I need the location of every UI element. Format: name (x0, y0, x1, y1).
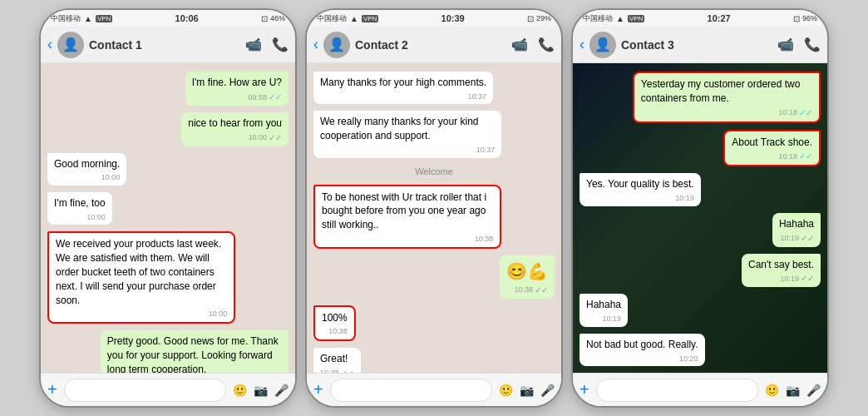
contact-name: Contact 3 (621, 38, 772, 52)
video-icon[interactable]: 📹 (245, 37, 262, 52)
message-bubble: Pretty good. Good news for me. Thank you… (101, 330, 289, 373)
back-arrow[interactable]: ‹ (47, 36, 52, 53)
camera-icon[interactable]: 📷 (520, 384, 534, 397)
message-time: 10:20 (586, 354, 698, 364)
call-icon[interactable]: 📞 (538, 37, 555, 52)
time-value: 10:38 (514, 285, 533, 295)
chat-area: Many thanks for your high comments.10:37… (307, 63, 561, 373)
message-text: I'm fine. How are U? (192, 77, 282, 88)
message-time: 10:37 (320, 92, 486, 102)
message-row: Can't say best.10:19✓✓ (579, 254, 821, 288)
battery-icon: ⊡ (261, 14, 268, 23)
message-row: We really many thanks for your kind coop… (313, 111, 555, 157)
camera-icon[interactable]: 📷 (786, 384, 800, 397)
message-row: Good morning.10:00 (47, 153, 289, 186)
message-time: 10:18✓✓ (641, 107, 812, 119)
sticker-icon[interactable]: 🙂 (765, 384, 779, 397)
message-bubble: We received your products last week. We … (47, 231, 235, 324)
message-time: 10:38✓✓ (320, 368, 354, 373)
input-icons: 🙂 📷 🎤 (499, 384, 555, 397)
message-time: 10:00 (54, 172, 120, 183)
message-bubble: Great!10:38✓✓ (313, 348, 361, 373)
message-input[interactable] (330, 379, 492, 402)
message-row: Yesterday my customer ordered two contai… (579, 72, 821, 123)
message-bubble: Hahaha10:19 (579, 294, 628, 326)
input-icons: 🙂 📷 🎤 (233, 384, 289, 397)
message-time: 10:18✓✓ (732, 151, 812, 162)
header-icons: 📹 📞 (511, 37, 555, 52)
tick-marks: ✓✓ (799, 151, 812, 162)
call-icon[interactable]: 📞 (804, 37, 821, 52)
header-icons: 📹 📞 (777, 37, 821, 52)
time-value: 10:38 (320, 368, 339, 373)
sticker-icon[interactable]: 🙂 (233, 384, 247, 397)
message-row: Pretty good. Good news for me. Thank you… (47, 330, 289, 373)
message-text: Hahaha (586, 299, 621, 310)
sticker-icon[interactable]: 🙂 (499, 384, 513, 397)
contact-name: Contact 1 (89, 38, 240, 52)
video-icon[interactable]: 📹 (777, 37, 794, 52)
back-arrow[interactable]: ‹ (579, 36, 584, 53)
chat-header: ‹ 👤 Contact 1 📹 📞 (41, 27, 295, 63)
status-right: ⊡ 29% (527, 14, 551, 23)
vpn-icon: VPN (362, 15, 378, 22)
message-text: To be honest with Ur track roller that i… (322, 191, 486, 231)
message-time: 10:00 (54, 212, 106, 223)
phones-container: 中国移动 ▲ VPN 10:06 ⊡ 46% ‹ 👤 Contact 1 📹 📞… (0, 0, 868, 416)
time-value: 10:37 (476, 145, 496, 156)
message-time: 10:19 (586, 314, 621, 324)
message-time: 10:37 (320, 145, 495, 156)
message-time: 10:38 (322, 234, 493, 245)
camera-icon[interactable]: 📷 (254, 384, 268, 397)
back-arrow[interactable]: ‹ (313, 36, 318, 53)
message-text: We really many thanks for your kind coop… (320, 116, 479, 141)
message-time: 09:58✓✓ (192, 92, 282, 103)
add-button[interactable]: + (47, 380, 57, 399)
carrier: 中国移动 (583, 13, 613, 24)
add-button[interactable]: + (313, 380, 323, 399)
input-bar: + 🙂 📷 🎤 (573, 373, 827, 406)
message-bubble: Not bad but good. Really.10:20 (579, 334, 705, 366)
time-value: 09:58 (248, 92, 267, 103)
message-input[interactable] (596, 379, 758, 402)
time-value: 10:20 (679, 354, 698, 364)
message-bubble: I'm fine. How are U?09:58✓✓ (185, 72, 289, 106)
message-row: Not bad but good. Really.10:20 (579, 334, 821, 366)
chat-header: ‹ 👤 Contact 2 📹 📞 (307, 27, 561, 63)
chat-area: Yesterday my customer ordered two contai… (573, 63, 827, 373)
message-text: Yes. Your quality is best. (586, 178, 694, 190)
status-bar: 中国移动 ▲ VPN 10:27 ⊡ 96% (573, 10, 827, 27)
message-row: Many thanks for your high comments.10:37 (313, 72, 555, 104)
battery-level: 29% (536, 14, 551, 22)
mic-icon[interactable]: 🎤 (274, 384, 289, 397)
message-text: Many thanks for your high comments. (320, 77, 486, 88)
battery-level: 46% (270, 14, 285, 22)
call-icon[interactable]: 📞 (272, 37, 289, 52)
tick-marks: ✓✓ (801, 273, 814, 285)
input-bar: + 🙂 📷 🎤 (41, 373, 295, 406)
status-bar: 中国移动 ▲ VPN 10:39 ⊡ 29% (307, 10, 561, 27)
message-bubble: Good morning.10:00 (47, 153, 126, 186)
tick-marks: ✓✓ (269, 132, 282, 144)
add-button[interactable]: + (579, 380, 589, 399)
message-row: Hahaha10:19✓✓ (579, 213, 821, 247)
message-bubble: I'm fine, too10:00 (47, 192, 112, 225)
message-text: Can't say best. (748, 259, 814, 270)
phone-3: 中国移动 ▲ VPN 10:27 ⊡ 96% ‹ 👤 Contact 3 📹 📞… (571, 8, 829, 408)
chat-header: ‹ 👤 Contact 3 📹 📞 (573, 27, 827, 63)
contact-name: Contact 2 (355, 38, 506, 52)
message-input[interactable] (64, 379, 226, 402)
mic-icon[interactable]: 🎤 (806, 384, 821, 397)
message-text: Good morning. (54, 158, 120, 170)
message-row: I'm fine, too10:00 (47, 192, 289, 225)
message-row: To be honest with Ur track roller that i… (313, 185, 555, 249)
message-time: 10:19 (586, 193, 694, 204)
avatar: 👤 (323, 32, 350, 58)
message-bubble: 😊💪10:38✓✓ (500, 255, 555, 299)
message-text: 100% (322, 312, 348, 324)
status-bar: 中国移动 ▲ VPN 10:06 ⊡ 46% (41, 10, 295, 27)
video-icon[interactable]: 📹 (511, 37, 528, 52)
mic-icon[interactable]: 🎤 (540, 384, 555, 397)
emoji-message: 😊💪 (506, 262, 548, 280)
message-row: I'm fine. How are U?09:58✓✓ (47, 72, 289, 106)
